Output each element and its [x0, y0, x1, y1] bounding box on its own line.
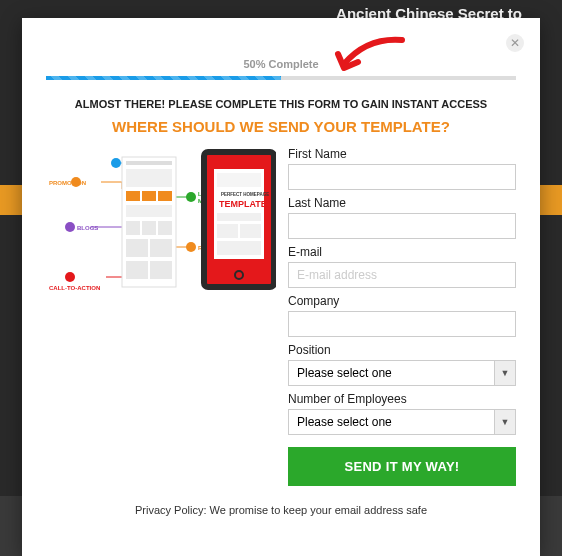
svg-point-11: [65, 222, 75, 232]
svg-rect-26: [126, 261, 148, 279]
email-label: E-mail: [288, 245, 516, 259]
svg-text:TEMPLATE: TEMPLATE: [219, 199, 267, 209]
svg-rect-22: [142, 221, 156, 235]
svg-rect-36: [217, 224, 238, 238]
svg-rect-20: [126, 205, 172, 217]
svg-rect-23: [158, 221, 172, 235]
svg-rect-37: [240, 224, 261, 238]
position-label: Position: [288, 343, 516, 357]
svg-rect-15: [126, 161, 172, 165]
first-name-label: First Name: [288, 147, 516, 161]
company-input[interactable]: [288, 311, 516, 337]
svg-point-12: [186, 242, 196, 252]
promotion-label: PROMOTION: [49, 180, 86, 186]
svg-rect-24: [126, 239, 148, 257]
svg-rect-16: [126, 169, 172, 187]
svg-rect-18: [142, 191, 156, 201]
email-input[interactable]: [288, 262, 516, 288]
svg-rect-38: [217, 241, 261, 255]
svg-point-7: [111, 158, 121, 168]
svg-point-9: [186, 192, 196, 202]
last-name-label: Last Name: [288, 196, 516, 210]
employees-select[interactable]: Please select one: [288, 409, 516, 435]
svg-rect-32: [217, 173, 261, 187]
form-column: First Name Last Name E-mail Company Posi…: [288, 147, 516, 486]
progress-fill: [46, 76, 281, 80]
template-illustration: LOGO PROMOTION LEAD MAGNET BLOGS REVIEWS…: [46, 147, 276, 486]
progress-label: 50% Complete: [46, 58, 516, 70]
svg-rect-27: [150, 261, 172, 279]
first-name-input[interactable]: [288, 164, 516, 190]
arrow-annotation-icon: [332, 32, 412, 82]
progress-bar: [46, 76, 516, 80]
submit-button[interactable]: SEND IT MY WAY!: [288, 447, 516, 486]
subtitle: ALMOST THERE! PLEASE COMPLETE THIS FORM …: [46, 98, 516, 110]
lead-form-modal: ✕ 50% Complete ALMOST THERE! PLEASE COMP…: [22, 18, 540, 556]
close-button[interactable]: ✕: [506, 34, 524, 52]
close-icon: ✕: [510, 36, 520, 50]
privacy-text: Privacy Policy: We promise to keep your …: [46, 504, 516, 516]
position-select[interactable]: Please select one: [288, 360, 516, 386]
svg-point-13: [65, 272, 75, 282]
svg-rect-25: [150, 239, 172, 257]
company-label: Company: [288, 294, 516, 308]
employees-label: Number of Employees: [288, 392, 516, 406]
svg-rect-21: [126, 221, 140, 235]
svg-rect-35: [217, 213, 261, 221]
headline: WHERE SHOULD WE SEND YOUR TEMPLATE?: [46, 118, 516, 135]
svg-rect-19: [158, 191, 172, 201]
svg-rect-17: [126, 191, 140, 201]
cta-label: CALL-TO-ACTION: [49, 285, 100, 291]
blogs-label: BLOGS: [77, 225, 98, 231]
last-name-input[interactable]: [288, 213, 516, 239]
svg-text:PERFECT HOMEPAGE: PERFECT HOMEPAGE: [221, 192, 269, 197]
